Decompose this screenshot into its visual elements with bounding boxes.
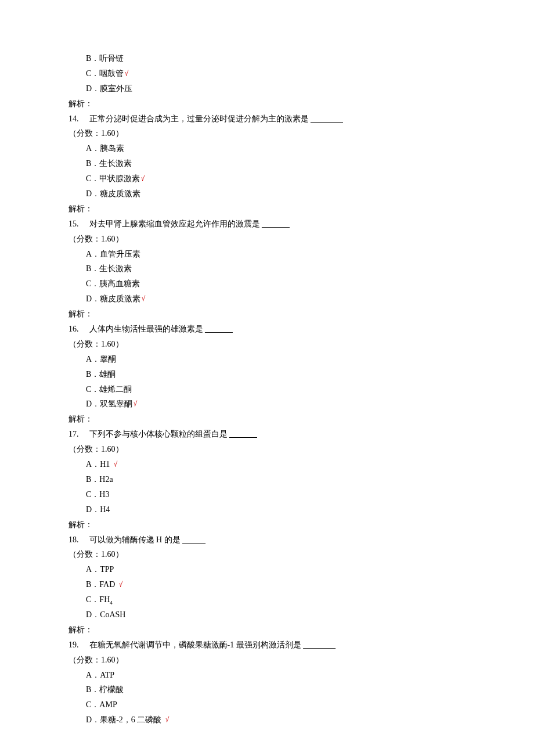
points-prefix: （分数： bbox=[68, 550, 101, 559]
check-icon: √ bbox=[165, 712, 169, 728]
option-row: D．膜室外压 bbox=[68, 81, 466, 96]
option-label: C． bbox=[86, 69, 99, 78]
option-label: A． bbox=[86, 460, 100, 469]
option-text: FAD bbox=[99, 580, 115, 589]
option-text: 血管升压素 bbox=[100, 250, 140, 258]
check-icon: √ bbox=[124, 66, 129, 81]
option-text: 胰岛素 bbox=[100, 144, 124, 153]
points-suffix: ） bbox=[116, 129, 124, 138]
analysis-label: 解析： bbox=[68, 201, 466, 217]
option-text: 双氢睾酮 bbox=[100, 399, 132, 408]
points-line: （分数：1.60） bbox=[68, 442, 466, 457]
points-value: 1.60 bbox=[101, 656, 116, 664]
option-text: FH bbox=[99, 595, 110, 604]
points-prefix: （分数： bbox=[68, 129, 101, 138]
option-text: 柠檬酸 bbox=[99, 685, 124, 694]
points-value: 1.60 bbox=[101, 340, 116, 348]
option-row: C．雄烯二酮 bbox=[68, 382, 466, 397]
check-icon: √ bbox=[118, 577, 123, 593]
blank: ______ bbox=[205, 325, 233, 333]
question-number: 14. bbox=[68, 111, 79, 127]
question-text: 下列不参与核小体核心颗粒的组蛋白是 bbox=[89, 430, 230, 438]
option-text: H3 bbox=[99, 490, 109, 499]
option-label: D． bbox=[86, 294, 100, 303]
option-text: 雄烯二酮 bbox=[99, 385, 132, 394]
points-suffix: ） bbox=[116, 445, 124, 453]
option-row: C．FH4 bbox=[68, 592, 466, 607]
points-value: 1.60 bbox=[101, 550, 116, 559]
option-text: H4 bbox=[100, 505, 110, 514]
option-label: D． bbox=[86, 84, 100, 93]
points-prefix: （分数： bbox=[68, 235, 101, 243]
points-value: 1.60 bbox=[101, 129, 116, 138]
points-line: （分数：1.60） bbox=[68, 232, 466, 247]
points-prefix: （分数： bbox=[68, 445, 101, 453]
option-row: A．H1√ bbox=[68, 457, 466, 472]
points-line: （分数：1.60） bbox=[68, 126, 466, 141]
option-row: C．甲状腺激素√ bbox=[68, 171, 466, 186]
blank: _______ bbox=[311, 114, 343, 123]
points-line: （分数：1.60） bbox=[68, 547, 466, 562]
option-row: B．FAD√ bbox=[68, 577, 466, 592]
option-label: D． bbox=[86, 505, 100, 514]
option-label: D． bbox=[86, 610, 100, 619]
option-label: B． bbox=[86, 159, 99, 168]
option-text: 糖皮质激素 bbox=[100, 189, 140, 198]
option-row: B．生长激素 bbox=[68, 261, 466, 276]
option-row: B．生长激素 bbox=[68, 156, 466, 171]
option-text: H1 bbox=[100, 460, 110, 469]
option-label: C． bbox=[86, 700, 99, 709]
option-text: 生长激素 bbox=[99, 159, 132, 168]
option-row: B．H2a bbox=[68, 472, 466, 487]
option-row: B．听骨链 bbox=[68, 51, 466, 66]
option-label: B． bbox=[86, 685, 99, 694]
question-number: 17. bbox=[68, 427, 79, 442]
blank: ______ bbox=[262, 219, 290, 228]
option-label: D． bbox=[86, 715, 100, 724]
option-label: B． bbox=[86, 54, 99, 63]
question-text: 人体内生物活性最强的雄激素是 bbox=[89, 325, 205, 333]
option-text: 胰高血糖素 bbox=[99, 279, 140, 288]
points-suffix: ） bbox=[116, 656, 124, 664]
question-stem: 16.人体内生物活性最强的雄激素是 ______ bbox=[68, 322, 466, 337]
analysis-label: 解析： bbox=[68, 307, 466, 322]
option-row: B．柠檬酸 bbox=[68, 682, 466, 697]
option-text: CoASH bbox=[100, 610, 125, 619]
option-text: TPP bbox=[100, 565, 114, 574]
option-row: A．TPP bbox=[68, 562, 466, 577]
option-label: A． bbox=[86, 250, 100, 258]
points-line: （分数：1.60） bbox=[68, 337, 466, 352]
check-icon: √ bbox=[133, 397, 138, 412]
option-row: D．双氢睾酮√ bbox=[68, 397, 466, 412]
question-number: 15. bbox=[68, 217, 79, 232]
option-text: 糖皮质激素 bbox=[100, 294, 140, 303]
option-text: 雄酮 bbox=[99, 370, 116, 379]
question-text: 在糖无氧解代谢调节中，磷酸果糖激酶-1 最强别构激活剂是 bbox=[89, 640, 304, 649]
question-stem: 17.下列不参与核小体核心颗粒的组蛋白是 ______ bbox=[68, 427, 466, 442]
points-value: 1.60 bbox=[101, 445, 116, 453]
question-number: 16. bbox=[68, 322, 79, 337]
option-label: D． bbox=[86, 189, 100, 198]
analysis-label: 解析： bbox=[68, 517, 466, 532]
question-stem: 19.在糖无氧解代谢调节中，磷酸果糖激酶-1 最强别构激活剂是 _______ bbox=[68, 638, 466, 653]
option-row: D．H4 bbox=[68, 502, 466, 517]
question-stem: 18.可以做为辅酶传递 H 的是 _____ bbox=[68, 532, 466, 548]
option-label: C． bbox=[86, 385, 99, 394]
points-prefix: （分数： bbox=[68, 656, 101, 664]
option-row: A．血管升压素 bbox=[68, 247, 466, 262]
option-text: 果糖-2，6 二磷酸 bbox=[100, 715, 161, 724]
page-container: B．听骨链 C．咽鼓管√ D．膜室外压 解析： 14.正常分泌时促进合成为主，过… bbox=[0, 0, 534, 756]
option-row: C．H3 bbox=[68, 487, 466, 502]
option-row: C．AMP bbox=[68, 697, 466, 712]
check-icon: √ bbox=[113, 457, 118, 473]
option-label: A． bbox=[86, 671, 100, 679]
option-label: D． bbox=[86, 399, 100, 408]
option-row: A．睾酮 bbox=[68, 352, 466, 367]
option-text: ATP bbox=[100, 671, 114, 679]
option-label: A． bbox=[86, 565, 100, 574]
question-stem: 14.正常分泌时促进合成为主，过量分泌时促进分解为主的激素是 _______ bbox=[68, 111, 466, 127]
option-label: C． bbox=[86, 490, 99, 499]
option-row: A．胰岛素 bbox=[68, 141, 466, 156]
check-icon: √ bbox=[141, 291, 146, 307]
option-text: 生长激素 bbox=[99, 264, 132, 273]
